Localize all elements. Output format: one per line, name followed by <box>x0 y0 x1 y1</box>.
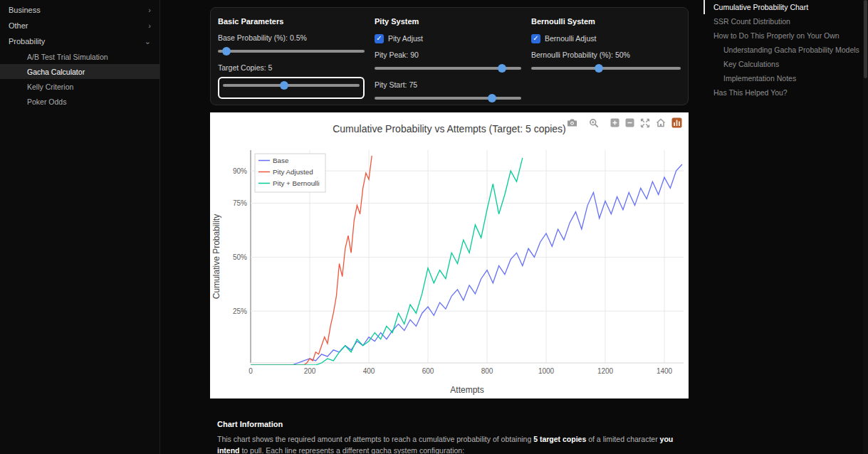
basic-parameters-column: Basic Parameters Base Probability (%): 0… <box>218 17 365 97</box>
bernoulli-probability-label: Bernoulli Probability (%): 50% <box>531 51 681 59</box>
slider-thumb[interactable] <box>498 64 506 73</box>
svg-text:Pity + Bernoulli: Pity + Bernoulli <box>273 179 320 187</box>
svg-text:Base: Base <box>273 157 289 164</box>
base-probability-label: Base Probability (%): 0.5% <box>218 33 365 42</box>
bernoulli-adjust-label: Bernoulli Adjust <box>545 34 596 43</box>
app-root: Business › Other › Probability ⌄ A/B Tes… <box>0 0 868 454</box>
table-of-contents: Cumulative Probability Chart SSR Count D… <box>704 0 863 100</box>
camera-icon[interactable] <box>566 117 578 128</box>
pity-adjust-label: Pity Adjust <box>388 34 423 43</box>
autoscale-icon[interactable] <box>639 117 651 129</box>
plotly-logo-icon[interactable] <box>671 117 683 129</box>
slider-track[interactable] <box>223 84 360 87</box>
chart-information-text: This chart shows the required amount of … <box>217 433 680 454</box>
zoom-in-icon[interactable] <box>610 117 620 128</box>
toc-item-has-this-helped-you[interactable]: Has This Helped You? <box>704 85 863 100</box>
cumulative-probability-chart[interactable]: 020040060080010001200140025%50%75%90%Cum… <box>210 112 689 398</box>
svg-text:Cumulative Probability: Cumulative Probability <box>211 214 221 299</box>
chart-information-section: Chart Information This chart shows the r… <box>217 420 680 454</box>
left-sidebar: Business › Other › Probability ⌄ A/B Tes… <box>0 0 160 454</box>
sidebar-group-label: Business <box>9 6 41 14</box>
target-copies-label: Target Copies: 5 <box>218 63 365 72</box>
svg-text:25%: 25% <box>233 307 247 315</box>
svg-text:Cumulative Probability vs Atte: Cumulative Probability vs Attempts (Targ… <box>333 123 566 134</box>
svg-text:Pity Adjusted: Pity Adjusted <box>273 168 313 176</box>
target-copies-slider[interactable] <box>223 81 360 90</box>
info-text-segment: of a limited character <box>586 435 659 443</box>
info-text-segment: This chart shows the required amount of … <box>217 435 533 443</box>
controls-panel: Basic Parameters Base Probability (%): 0… <box>210 7 689 105</box>
page-scrollbar[interactable] <box>863 0 868 454</box>
target-copies-focus-ring <box>218 77 365 99</box>
sidebar-group-label: Probability <box>9 37 45 46</box>
toc-item-implementation-notes[interactable]: Implementation Notes <box>704 71 863 85</box>
sidebar-item-poker-odds[interactable]: Poker Odds <box>0 94 160 109</box>
chevron-down-icon: ⌄ <box>145 38 151 46</box>
bernoulli-adjust-row: ✓ Bernoulli Adjust <box>531 33 681 43</box>
svg-text:1200: 1200 <box>597 367 614 375</box>
sidebar-item-gacha-calculator[interactable]: Gacha Calculator <box>0 64 160 79</box>
pity-peak-slider[interactable] <box>375 64 521 73</box>
sidebar-group-probability[interactable]: Probability ⌄ <box>0 33 160 49</box>
sidebar-item-ab-test-trial-simulation[interactable]: A/B Test Trial Simulation <box>0 49 160 64</box>
slider-track[interactable] <box>531 67 681 70</box>
chevron-right-icon: › <box>148 22 151 30</box>
svg-text:200: 200 <box>304 367 316 375</box>
bernoulli-adjust-checkbox[interactable]: ✓ <box>531 34 540 43</box>
base-probability-slider[interactable] <box>218 47 365 56</box>
slider-thumb[interactable] <box>222 47 231 56</box>
scrollbar-thumb[interactable] <box>864 0 867 78</box>
svg-text:75%: 75% <box>233 199 247 207</box>
bernoulli-system-title: Bernoulli System <box>531 17 681 26</box>
svg-text:50%: 50% <box>233 253 247 261</box>
slider-thumb[interactable] <box>595 64 603 73</box>
svg-text:400: 400 <box>363 367 375 375</box>
svg-text:800: 800 <box>481 367 493 375</box>
svg-text:Attempts: Attempts <box>450 385 483 395</box>
svg-text:0: 0 <box>249 367 253 375</box>
check-icon: ✓ <box>376 35 382 42</box>
svg-text:90%: 90% <box>233 167 247 175</box>
chart-panel: 020040060080010001200140025%50%75%90%Cum… <box>210 112 689 398</box>
sidebar-group-business[interactable]: Business › <box>0 2 160 18</box>
sidebar-group-label: Other <box>9 21 28 30</box>
slider-thumb[interactable] <box>280 81 288 90</box>
svg-text:600: 600 <box>422 367 434 375</box>
toc-item-ssr-count-distribution[interactable]: SSR Count Distribution <box>704 14 863 28</box>
slider-thumb[interactable] <box>488 94 496 102</box>
pity-start-slider[interactable] <box>375 94 521 102</box>
toc-item-key-calculations[interactable]: Key Calculations <box>704 57 863 71</box>
main-content: Basic Parameters Base Probability (%): 0… <box>210 7 689 454</box>
svg-text:1000: 1000 <box>538 367 555 375</box>
check-icon: ✓ <box>533 35 538 42</box>
info-text-bold-segment: 5 target copies <box>533 435 586 443</box>
toc-item-cumulative-probability-chart[interactable]: Cumulative Probability Chart <box>704 0 863 14</box>
pity-peak-label: Pity Peak: 90 <box>375 51 521 59</box>
slider-track[interactable] <box>218 50 365 53</box>
pity-start-label: Pity Start: 75 <box>375 80 521 89</box>
bernoulli-probability-slider[interactable] <box>531 64 681 73</box>
basic-parameters-title: Basic Parameters <box>218 17 365 26</box>
slider-track[interactable] <box>375 97 521 100</box>
pity-adjust-checkbox[interactable]: ✓ <box>375 34 384 43</box>
sidebar-item-kelly-criterion[interactable]: Kelly Criterion <box>0 79 160 94</box>
pity-system-column: Pity System ✓ Pity Adjust Pity Peak: 90 … <box>375 17 521 97</box>
bernoulli-system-column: Bernoulli System ✓ Bernoulli Adjust Bern… <box>531 17 681 97</box>
toc-item-understanding-gacha-probability-models[interactable]: Understanding Gacha Probability Models <box>704 43 863 57</box>
chevron-right-icon: › <box>148 6 151 14</box>
toc-item-how-to-do-this-properly[interactable]: How to Do This Properly on Your Own <box>704 28 863 43</box>
zoom-out-icon[interactable] <box>624 117 635 128</box>
svg-text:1400: 1400 <box>657 367 673 375</box>
info-text-segment: to pull. Each line represents a differen… <box>240 446 465 454</box>
pity-adjust-row: ✓ Pity Adjust <box>375 33 521 43</box>
pity-system-title: Pity System <box>375 17 521 26</box>
plotly-modebar <box>566 117 683 129</box>
chart-information-title: Chart Information <box>217 420 680 428</box>
reset-axes-home-icon[interactable] <box>655 117 666 128</box>
zoom-icon[interactable] <box>588 117 600 129</box>
sidebar-group-other[interactable]: Other › <box>0 18 160 33</box>
